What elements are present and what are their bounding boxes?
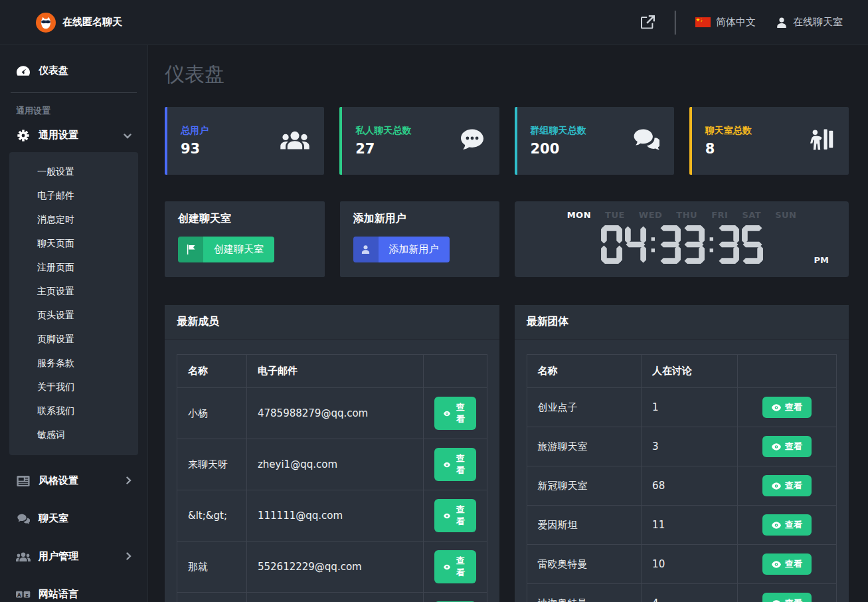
latest-groups-card: 最新团体 名称 人在讨论 创业点子1查看旅游聊天室3查看新冠聊天室68查看爱因斯… <box>515 305 849 602</box>
view-button[interactable]: 查看 <box>434 499 476 532</box>
actions-cell: 查看 <box>737 506 836 545</box>
create-chatroom-button[interactable]: 创建聊天室 <box>178 237 274 262</box>
stat-value: 93 <box>181 141 209 157</box>
actions-cell: 查看 <box>737 584 836 602</box>
sidebar: 仪表盘 通用设置 通用设置 一般设置电子邮件消息定时聊天页面注册页面主页设置页头… <box>0 45 148 602</box>
view-button[interactable]: 查看 <box>762 514 812 536</box>
stat-card-total-users: 总用户 93 <box>165 107 324 175</box>
column-header-name: 名称 <box>527 355 642 388</box>
stat-card-private-chats: 私人聊天总数 27 <box>339 107 499 175</box>
clock-day-wed: WED <box>639 210 663 220</box>
sidebar-item-translate[interactable]: Az网站语言 <box>0 575 147 602</box>
chevron-right-icon <box>126 475 131 487</box>
view-button-label: 查看 <box>785 558 802 570</box>
group-row: 新冠聊天室68查看 <box>527 466 837 506</box>
chevron-down-icon <box>124 130 131 142</box>
submenu-item[interactable]: 敏感词 <box>9 423 138 447</box>
view-button[interactable]: 查看 <box>434 397 476 430</box>
member-email-cell: qwertyu@qq.com <box>246 593 423 602</box>
general-settings-submenu: 一般设置电子邮件消息定时聊天页面注册页面主页设置页头设置页脚设置服务条款关于我们… <box>9 152 138 455</box>
add-user-button[interactable]: 添加新用户 <box>353 237 450 262</box>
sidebar-item-dashboard[interactable]: 仪表盘 <box>0 50 147 91</box>
sidebar-item-label: 仪表盘 <box>39 64 131 77</box>
member-name-cell: 小杨 <box>177 388 247 439</box>
sidebar-item-label: 用户管理 <box>39 550 118 563</box>
view-button-label: 查看 <box>785 401 802 413</box>
actions-cell: 查看 <box>737 388 836 427</box>
group-name-cell: 雷欧奥特曼 <box>527 545 642 584</box>
group-chats-icon <box>633 128 659 153</box>
users-icon <box>280 130 309 153</box>
stat-label: 群组聊天总数 <box>531 125 586 137</box>
svg-text:z: z <box>25 591 28 597</box>
app-logo[interactable]: 在线匿名聊天 <box>0 0 148 45</box>
clock-colon <box>649 225 657 264</box>
sidebar-item-style-settings[interactable]: 风格设置 <box>0 462 147 500</box>
submenu-item[interactable]: 页脚设置 <box>9 328 138 351</box>
view-button[interactable]: 查看 <box>762 553 812 575</box>
create-chatroom-title: 创建聊天室 <box>178 212 311 226</box>
view-button[interactable]: 查看 <box>762 397 812 418</box>
external-link-button[interactable] <box>641 15 655 29</box>
tables-row: 最新成员 名称 电子邮件 小杨4785988279@qq.com查看来聊天呀zh… <box>165 305 849 602</box>
eye-icon <box>444 512 450 520</box>
view-button-label: 查看 <box>454 452 467 476</box>
view-button[interactable]: 查看 <box>434 550 476 583</box>
view-button[interactable]: 查看 <box>762 436 812 457</box>
china-flag-icon <box>695 17 711 27</box>
group-count-cell: 3 <box>642 427 738 466</box>
submenu-item[interactable]: 页头设置 <box>9 304 138 328</box>
sidebar-item-chat-bubbles[interactable]: 聊天室 <box>0 500 147 538</box>
clock-day-sat: SAT <box>742 210 761 220</box>
language-selector[interactable]: 简体中文 <box>695 16 756 29</box>
column-header-name: 名称 <box>177 355 247 388</box>
group-name-cell: 迪迦奥特曼 <box>527 584 642 602</box>
eye-icon <box>444 410 450 417</box>
member-name-cell: &lt;&gt; <box>177 490 247 542</box>
group-count-cell: 10 <box>642 545 738 584</box>
actions-cell: 查看 <box>737 427 836 466</box>
group-row: 创业点子1查看 <box>527 388 837 427</box>
actions-cell: 查看 <box>737 545 836 584</box>
submenu-item[interactable]: 消息定时 <box>9 208 138 232</box>
group-count-cell: 4 <box>642 584 738 602</box>
view-button[interactable]: 查看 <box>762 593 812 602</box>
add-user-button-label: 添加新用户 <box>379 237 450 262</box>
view-button[interactable]: 查看 <box>762 475 812 496</box>
sidebar-item-general-settings[interactable]: 通用设置 <box>0 120 147 150</box>
digital-clock: MONTUEWEDTHUFRISATSUN PM <box>515 201 849 277</box>
view-button[interactable]: 查看 <box>434 448 476 481</box>
view-button-label: 查看 <box>785 441 802 452</box>
user-label: 在线聊天室 <box>793 16 843 29</box>
sidebar-item-label: 通用设置 <box>39 129 116 142</box>
group-name-cell: 旅游聊天室 <box>527 427 642 466</box>
clock-digit <box>683 225 705 264</box>
submenu-item[interactable]: 关于我们 <box>9 375 138 399</box>
submenu-item[interactable]: 联系我们 <box>9 399 138 423</box>
group-name-cell: 爱因斯坦 <box>527 506 642 545</box>
submenu-item[interactable]: 服务条款 <box>9 351 138 375</box>
submenu-item[interactable]: 聊天页面 <box>9 232 138 256</box>
submenu-item[interactable]: 注册页面 <box>9 256 138 280</box>
actions-row: 创建聊天室 创建聊天室 添加新用户 添加新用户 MONTUE <box>165 201 849 277</box>
group-count-cell: 68 <box>642 466 738 506</box>
sidebar-item-label: 风格设置 <box>39 474 118 487</box>
member-row: 来聊天呀zheyi1@qq.com查看 <box>177 439 487 490</box>
member-row: 1231qwertyu@qq.com查看 <box>177 593 487 602</box>
eye-icon <box>772 404 781 411</box>
chevron-right-icon <box>126 551 131 563</box>
main-content: 仪表盘 总用户 93 私人聊天总数 27 <box>148 45 868 602</box>
user-menu[interactable]: 在线聊天室 <box>776 16 843 29</box>
stats-row: 总用户 93 私人聊天总数 27 群组聊天总数 200 <box>165 107 849 175</box>
submenu-item[interactable]: 主页设置 <box>9 280 138 304</box>
view-button-label: 查看 <box>785 597 802 602</box>
submenu-item[interactable]: 一般设置 <box>9 160 138 184</box>
stat-value: 200 <box>531 141 586 157</box>
clock-day-sun: SUN <box>775 210 796 220</box>
column-header-actions <box>423 355 487 388</box>
member-email-cell: 4785988279@qq.com <box>246 388 423 439</box>
sidebar-section-label: 通用设置 <box>0 93 147 120</box>
submenu-item[interactable]: 电子邮件 <box>9 184 138 208</box>
sidebar-item-users[interactable]: 用户管理 <box>0 538 147 575</box>
clock-colon <box>707 225 715 264</box>
